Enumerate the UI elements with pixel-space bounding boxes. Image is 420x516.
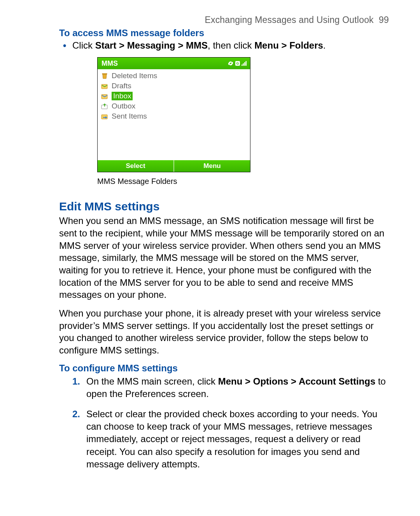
folder-label: Drafts — [112, 82, 131, 90]
menu-path-options-account-settings: Menu > Options > Account Settings — [218, 376, 375, 387]
folder-list: Deleted Items Drafts Inbox Outbox Sent I… — [98, 69, 250, 160]
folder-deleted-items[interactable]: Deleted Items — [98, 71, 250, 81]
paragraph-preset-settings: When you purchase your phone, it is alre… — [59, 307, 389, 357]
gprs-icon: G — [235, 61, 240, 66]
bullet-text-suffix: . — [323, 40, 326, 51]
svg-rect-5 — [246, 61, 247, 66]
bullet-text-prefix: Click — [72, 40, 95, 51]
softkey-menu[interactable]: Menu — [174, 160, 250, 172]
sync-icon — [228, 61, 234, 66]
phone-softkey-bar: Select Menu — [98, 160, 250, 172]
svg-rect-2 — [242, 65, 243, 66]
folder-label: Inbox — [112, 92, 133, 100]
phone-status-icons: G — [228, 61, 247, 66]
folder-list-blank — [98, 121, 250, 160]
outbox-icon — [101, 103, 108, 110]
folder-inbox[interactable]: Inbox — [98, 91, 250, 101]
folder-outbox[interactable]: Outbox — [98, 101, 250, 111]
phone-title-text: MMS — [102, 59, 118, 68]
drafts-icon — [101, 82, 108, 89]
running-header: Exchanging Messages and Using Outlook 99 — [35, 15, 389, 25]
bullet-text-mid: , then click — [208, 40, 254, 51]
folder-drafts[interactable]: Drafts — [98, 81, 250, 91]
svg-text:G: G — [236, 61, 239, 65]
step-2-text: Select or clear the provided check boxes… — [86, 409, 377, 469]
folder-label: Deleted Items — [112, 72, 157, 80]
folder-label: Outbox — [112, 102, 135, 110]
softkey-select[interactable]: Select — [98, 160, 173, 172]
heading-configure-mms-settings: To configure MMS settings — [59, 363, 389, 374]
menu-path-menu-folders: Menu > Folders — [254, 40, 323, 51]
signal-icon — [242, 61, 247, 66]
trash-icon — [101, 72, 108, 79]
phone-screenshot: MMS G Deleted Items Drafts I — [97, 57, 250, 172]
sent-icon — [101, 113, 108, 120]
configure-steps-list: 1. On the MMS main screen, click Menu > … — [72, 375, 389, 471]
step-1-prefix: On the MMS main screen, click — [86, 376, 218, 387]
running-title: Exchanging Messages and Using Outlook — [205, 15, 373, 25]
folder-sent-items[interactable]: Sent Items — [98, 111, 250, 121]
step-number: 1. — [72, 375, 80, 388]
svg-rect-3 — [243, 63, 244, 66]
screenshot-caption: MMS Message Folders — [97, 177, 389, 186]
bullet-click-path: Click Start > Messaging > MMS, then clic… — [72, 39, 389, 52]
inbox-icon — [101, 93, 108, 100]
svg-rect-4 — [244, 62, 245, 66]
heading-access-mms-folders: To access MMS message folders — [59, 28, 389, 38]
step-number: 2. — [72, 408, 80, 420]
menu-path-start-messaging-mms: Start > Messaging > MMS — [95, 40, 208, 51]
page-number: 99 — [379, 15, 389, 25]
paragraph-mms-server-info: When you send an MMS message, an SMS not… — [59, 215, 389, 301]
phone-titlebar: MMS G — [98, 58, 250, 69]
folder-label: Sent Items — [112, 112, 147, 121]
step-2: 2. Select or clear the provided check bo… — [72, 408, 389, 471]
heading-edit-mms-settings: Edit MMS settings — [59, 200, 389, 213]
svg-rect-9 — [102, 115, 107, 119]
step-1: 1. On the MMS main screen, click Menu > … — [72, 375, 389, 400]
